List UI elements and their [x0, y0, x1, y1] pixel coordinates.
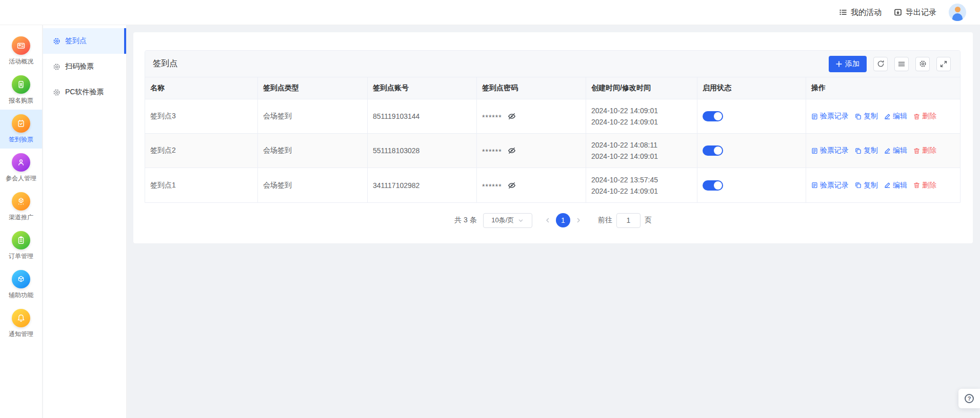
gear-icon [919, 60, 927, 68]
verify-records-link[interactable]: 验票记录 [811, 181, 849, 190]
sub-sidebar: 签到点 扫码验票 PC软件验票 [43, 25, 127, 418]
sidebar-item-channel-promo[interactable]: 渠道推广 [0, 187, 42, 226]
current-page-button[interactable]: 1 [556, 213, 570, 227]
page-title: 签到点 [153, 58, 177, 69]
verify-records-link[interactable]: 验票记录 [811, 146, 849, 155]
sidebar-item-assist[interactable]: 辅助功能 [0, 265, 42, 304]
refresh-button[interactable] [873, 57, 888, 71]
sidebar-item-label: 签到验票 [9, 135, 33, 144]
column-header-account: 签到点账号 [368, 77, 477, 99]
delete-link[interactable]: 删除 [913, 181, 936, 190]
user-avatar[interactable] [949, 4, 966, 21]
verify-records-label: 验票记录 [820, 112, 849, 121]
eye-off-icon[interactable] [508, 181, 516, 190]
page-size-select[interactable]: 10条/页 [483, 213, 532, 228]
pencil-icon [884, 182, 891, 189]
sidebar-item-label: 渠道推广 [9, 213, 33, 222]
copy-link[interactable]: 复制 [855, 146, 878, 155]
edit-label: 编辑 [893, 181, 907, 190]
enabled-toggle[interactable] [703, 145, 723, 156]
table-row: 签到点3 会场签到 851119103144 ****** 2024-10-22… [145, 99, 960, 134]
cell-password: ****** [477, 99, 586, 133]
sidebar-item-label: 订单管理 [9, 252, 33, 261]
column-settings-button[interactable] [915, 57, 930, 71]
cell-account: 341117102982 [368, 168, 477, 202]
cell-status [697, 99, 806, 133]
trash-icon [913, 182, 920, 189]
eye-off-icon[interactable] [508, 147, 516, 155]
copy-link[interactable]: 复制 [855, 181, 878, 190]
cell-password: ****** [477, 134, 586, 168]
created-time: 2024-10-22 13:57:45 [591, 174, 658, 185]
help-button[interactable]: ? [958, 389, 980, 408]
page-size-value: 10条/页 [491, 216, 514, 225]
prev-page-button[interactable] [539, 217, 556, 223]
goto-page-input[interactable] [616, 213, 641, 228]
submenu-item-checkin-point[interactable]: 签到点 [43, 28, 126, 54]
verify-records-link[interactable]: 验票记录 [811, 112, 849, 121]
chevron-down-icon [518, 218, 524, 223]
next-page-button[interactable] [570, 217, 587, 223]
panel-toolbar: 添加 [829, 56, 951, 72]
add-button-label: 添加 [845, 59, 859, 69]
modified-time: 2024-10-22 14:09:01 [591, 116, 658, 128]
enabled-toggle[interactable] [703, 180, 723, 191]
column-header-name: 名称 [145, 77, 258, 99]
copy-link[interactable]: 复制 [855, 112, 878, 121]
edit-link[interactable]: 编辑 [884, 146, 907, 155]
cell-type: 会场签到 [258, 99, 368, 133]
enabled-toggle[interactable] [703, 111, 723, 121]
content-card: 签到点 添加 [133, 32, 973, 243]
pencil-icon [884, 148, 891, 154]
submenu-item-scan-verify[interactable]: 扫码验票 [43, 54, 126, 79]
delete-label: 删除 [922, 146, 936, 155]
register-ticket-icon [12, 75, 30, 94]
record-icon [811, 182, 818, 189]
cell-datetime: 2024-10-22 13:57:45 2024-10-22 14:09:01 [586, 168, 697, 202]
density-button[interactable] [894, 57, 909, 71]
main-sidebar: 活动概况 报名购票 签到验票 参会人管理 [0, 25, 43, 418]
edit-link[interactable]: 编辑 [884, 112, 907, 121]
submenu-item-label: 扫码验票 [65, 62, 94, 71]
my-activities-button[interactable]: 我的活动 [839, 8, 882, 17]
created-time: 2024-10-22 14:09:01 [591, 105, 658, 116]
submenu-item-pc-verify[interactable]: PC软件验票 [43, 79, 126, 105]
sidebar-item-activity-overview[interactable]: 活动概况 [0, 32, 42, 71]
delete-link[interactable]: 删除 [913, 146, 936, 155]
sidebar-item-checkin-verify[interactable]: 签到验票 [0, 110, 42, 149]
order-icon [12, 231, 30, 249]
add-button[interactable]: 添加 [829, 56, 867, 72]
sidebar-item-orders[interactable]: 订单管理 [0, 226, 42, 265]
modified-time: 2024-10-22 14:09:01 [591, 185, 658, 197]
pagination: 共 3 条 10条/页 1 前往 页 [133, 213, 973, 228]
my-activities-label: 我的活动 [851, 8, 882, 17]
cell-account: 551118103028 [368, 134, 477, 168]
sidebar-item-notifications[interactable]: 通知管理 [0, 304, 42, 343]
refresh-icon [877, 60, 885, 68]
panel-header: 签到点 添加 [145, 51, 960, 77]
copy-label: 复制 [864, 181, 878, 190]
cell-name: 签到点2 [145, 134, 258, 168]
toggle-knob [714, 112, 722, 120]
edit-label: 编辑 [893, 112, 907, 121]
verify-records-label: 验票记录 [820, 181, 849, 190]
delete-link[interactable]: 删除 [913, 112, 936, 121]
copy-label: 复制 [864, 146, 878, 155]
edit-link[interactable]: 编辑 [884, 181, 907, 190]
gear-icon [53, 89, 61, 96]
export-records-button[interactable]: 导出记录 [894, 8, 936, 17]
list-icon [839, 8, 847, 16]
fullscreen-button[interactable] [936, 57, 951, 71]
cell-actions: 验票记录 复制 编辑 删除 [806, 134, 960, 168]
sidebar-item-register-ticket[interactable]: 报名购票 [0, 71, 42, 110]
sidebar-item-attendees[interactable]: 参会人管理 [0, 149, 42, 187]
eye-off-icon[interactable] [508, 112, 516, 120]
gear-icon [53, 37, 61, 45]
toggle-knob [714, 181, 722, 190]
assist-icon [12, 270, 30, 288]
question-mark-icon: ? [965, 394, 974, 403]
table-header-row: 名称 签到点类型 签到点账号 签到点密码 创建时间/修改时间 启用状态 操作 [145, 77, 960, 99]
gear-icon [53, 63, 61, 71]
cell-status [697, 168, 806, 202]
total-count-label: 共 3 条 [454, 216, 477, 225]
